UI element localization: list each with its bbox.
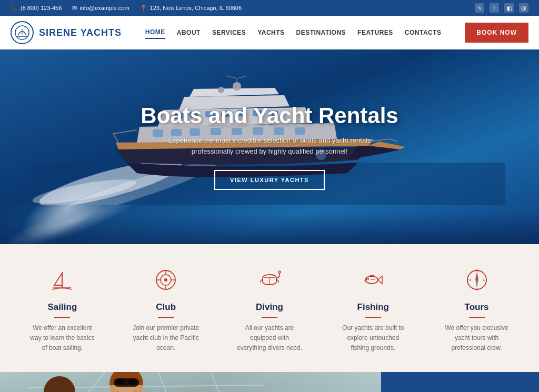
nav-destinations[interactable]: DESTINATIONS (296, 27, 346, 38)
features-strip: Sailing We offer an excellent way to lea… (0, 244, 539, 372)
tours-icon: N S E W (462, 265, 492, 295)
email-icon: ✉ (72, 5, 77, 12)
svg-text:E: E (483, 278, 485, 282)
club-title: Club (119, 302, 213, 313)
person-2-smile (117, 388, 136, 392)
instagram-icon[interactable]: ◧ (504, 3, 514, 13)
club-desc: Join our premier private yacht club in t… (132, 323, 200, 354)
mail-icon[interactable]: @ (519, 3, 528, 13)
address-item: 📍 123, New Lenox, Chicago, IL 60606 (140, 5, 242, 12)
hero-title: Boats and Yacht Rentals (141, 104, 398, 128)
bottom-photo-left (0, 372, 381, 392)
fishing-title: Fishing (326, 302, 420, 313)
fishing-desc: Our yachts are built to explore untouche… (339, 323, 407, 354)
location-icon: 📍 (140, 5, 147, 12)
sailing-divider (54, 317, 70, 318)
nav-yachts[interactable]: YACHTS (257, 27, 284, 38)
lens-left (116, 379, 124, 385)
person-2-head (109, 372, 143, 392)
svg-point-10 (218, 87, 224, 93)
fishing-divider (365, 317, 381, 318)
tours-desc: We offer you exclusive yacht tours with … (443, 323, 511, 354)
feature-club: Club Join our premier private yacht club… (114, 265, 218, 354)
diving-desc: All our yachts are equipped with everyth… (235, 323, 304, 354)
hero-content: Boats and Yacht Rentals Experience the m… (130, 93, 408, 200)
logo-text: SIRENE YACHTS (39, 27, 122, 38)
hero-subtitle: Experience the most incredible selection… (159, 135, 380, 157)
tours-divider (469, 317, 485, 318)
diving-icon (255, 265, 284, 295)
feature-fishing: Fishing Our yachts are built to explore … (321, 265, 425, 354)
main-nav: HOME ABOUT SERVICES YACHTS DESTINATIONS … (145, 26, 442, 39)
sailing-desc: We offer an excellent way to learn the b… (28, 323, 96, 354)
phone-icon: 📞 (11, 5, 18, 12)
hero-cta-button[interactable]: VIEW LUXURY YACHTS (214, 170, 325, 190)
bottom-section (0, 372, 539, 392)
club-divider (158, 317, 174, 318)
svg-text:N: N (476, 269, 478, 272)
nav-about[interactable]: ABOUT (177, 27, 201, 38)
phone-number: (8 800) 123-456 (21, 5, 62, 11)
feature-diving: Diving All our yachts are equipped with … (218, 265, 322, 354)
person-2-body (105, 388, 147, 392)
svg-line-13 (237, 76, 247, 78)
book-now-button[interactable]: BOOK NOW (465, 23, 528, 43)
svg-text:W: W (468, 278, 472, 282)
top-bar-contacts: 📞 (8 800) 123-456 ✉ info@example.com 📍 1… (11, 5, 242, 12)
svg-point-36 (164, 278, 167, 282)
svg-line-12 (226, 76, 237, 78)
lens-right (128, 379, 137, 385)
svg-point-40 (366, 278, 368, 280)
nav-home[interactable]: HOME (145, 26, 165, 39)
diving-title: Diving (223, 302, 316, 313)
nav-services[interactable]: SERVICES (212, 27, 246, 38)
tours-title: Tours (430, 302, 523, 313)
diving-divider (262, 317, 277, 318)
person-2-glasses (114, 378, 139, 387)
email-address: info@example.com (79, 5, 129, 11)
nav-contacts[interactable]: CONTACTS (405, 27, 442, 38)
feature-tours: N S E W Tours We offer you exclusive yac… (425, 265, 528, 354)
sailing-icon (47, 265, 77, 295)
top-bar: 📞 (8 800) 123-456 ✉ info@example.com 📍 1… (0, 0, 539, 16)
yacht-logo-svg (14, 25, 30, 41)
fishing-icon (358, 265, 388, 295)
hero-section: Boats and Yacht Rentals Experience the m… (0, 49, 539, 244)
person-2 (105, 388, 147, 392)
logo-icon (11, 21, 34, 44)
club-icon (151, 265, 181, 295)
phone-item: 📞 (8 800) 123-456 (11, 5, 62, 12)
svg-point-37 (278, 271, 281, 273)
facebook-icon[interactable]: f (490, 3, 499, 13)
sailing-title: Sailing (16, 302, 109, 313)
nav-features[interactable]: FEATURES (357, 27, 393, 38)
bottom-blue-panel (381, 372, 539, 392)
feature-sailing: Sailing We offer an excellent way to lea… (11, 265, 114, 354)
logo[interactable]: SIRENE YACHTS (11, 21, 122, 44)
svg-line-5 (113, 134, 118, 143)
twitter-icon[interactable]: 𝕏 (475, 3, 484, 13)
svg-text:S: S (476, 288, 478, 291)
social-links: 𝕏 f ◧ @ (475, 3, 528, 13)
address-text: 123, New Lenox, Chicago, IL 60606 (150, 5, 242, 11)
main-header: SIRENE YACHTS HOME ABOUT SERVICES YACHTS… (0, 16, 539, 49)
email-item: ✉ info@example.com (72, 5, 129, 12)
